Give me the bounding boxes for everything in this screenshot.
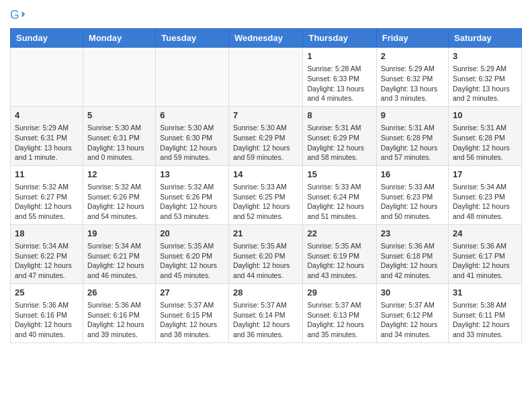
day-number: 1 [307,50,371,62]
calendar-cell-2-4: 7Sunrise: 5:30 AMSunset: 6:29 PMDaylight… [228,106,303,165]
day-info: Sunset: 6:18 PM [381,251,444,261]
day-info: Sunrise: 5:33 AM [233,182,299,192]
day-info: Daylight: 12 hours and 48 minutes. [453,201,517,221]
day-number: 13 [160,169,224,181]
day-number: 14 [233,169,299,181]
day-info: Sunrise: 5:28 AM [307,64,371,74]
day-info: Daylight: 12 hours and 58 minutes. [307,143,371,163]
day-info: Sunset: 6:27 PM [15,192,79,202]
day-number: 30 [381,287,444,299]
day-info: Sunset: 6:32 PM [381,74,444,84]
day-info: Sunset: 6:29 PM [233,133,299,143]
day-info: Sunrise: 5:32 AM [87,182,151,192]
day-info: Sunrise: 5:33 AM [307,182,371,192]
calendar-cell-2-3: 6Sunrise: 5:30 AMSunset: 6:30 PMDaylight… [156,106,229,165]
day-info: Sunset: 6:20 PM [160,251,224,261]
calendar-cell-2-1: 4Sunrise: 5:29 AMSunset: 6:31 PMDaylight… [11,106,83,165]
day-info: Daylight: 12 hours and 33 minutes. [453,320,517,339]
day-info: Sunrise: 5:31 AM [307,123,371,133]
day-info: Daylight: 12 hours and 45 minutes. [160,261,224,280]
day-info: Daylight: 12 hours and 50 minutes. [381,201,444,221]
day-number: 17 [453,169,517,181]
calendar-cell-4-6: 23Sunrise: 5:36 AMSunset: 6:18 PMDayligh… [376,224,448,283]
day-number: 6 [160,109,224,122]
day-info: Daylight: 12 hours and 36 minutes. [233,320,299,339]
calendar-cell-4-2: 19Sunrise: 5:34 AMSunset: 6:21 PMDayligh… [83,224,156,283]
day-info: Daylight: 12 hours and 53 minutes. [160,201,224,221]
day-info: Sunrise: 5:38 AM [453,300,517,310]
day-info: Daylight: 12 hours and 44 minutes. [233,261,299,280]
logo: G [10,7,29,23]
day-info: Sunset: 6:22 PM [15,251,79,261]
day-info: Sunset: 6:15 PM [160,310,224,320]
day-number: 29 [307,287,371,299]
calendar-cell-4-5: 22Sunrise: 5:35 AMSunset: 6:19 PMDayligh… [303,224,376,283]
day-info: Sunset: 6:25 PM [233,192,299,202]
day-info: Sunset: 6:26 PM [87,192,151,202]
day-info: Daylight: 12 hours and 34 minutes. [381,320,444,339]
calendar-header-sunday: Sunday [11,29,83,48]
day-info: Daylight: 12 hours and 51 minutes. [307,201,371,221]
day-number: 23 [381,228,444,240]
day-number: 4 [15,109,79,122]
page-header: G [10,7,522,23]
day-number: 2 [381,50,444,62]
day-info: Sunset: 6:11 PM [453,310,517,320]
day-number: 5 [87,109,151,122]
day-number: 8 [307,109,371,122]
day-info: Sunset: 6:31 PM [87,133,151,143]
calendar-cell-1-7: 3Sunrise: 5:29 AMSunset: 6:32 PMDaylight… [449,48,522,107]
day-info: Daylight: 12 hours and 35 minutes. [307,320,371,339]
day-info: Daylight: 12 hours and 59 minutes. [160,143,224,163]
calendar-cell-1-6: 2Sunrise: 5:29 AMSunset: 6:32 PMDaylight… [376,48,448,107]
calendar-cell-1-3 [156,48,229,107]
day-number: 11 [15,169,79,181]
day-info: Daylight: 13 hours and 0 minutes. [87,143,151,163]
day-info: Sunrise: 5:34 AM [87,241,151,251]
day-number: 26 [87,287,151,299]
day-info: Sunset: 6:17 PM [453,251,517,261]
calendar-cell-4-7: 24Sunrise: 5:36 AMSunset: 6:17 PMDayligh… [449,224,522,283]
day-info: Sunrise: 5:37 AM [381,300,444,310]
day-info: Sunset: 6:21 PM [87,251,151,261]
day-info: Sunset: 6:30 PM [160,133,224,143]
calendar-cell-3-2: 12Sunrise: 5:32 AMSunset: 6:26 PMDayligh… [83,165,156,224]
day-info: Sunrise: 5:37 AM [233,300,299,310]
day-number: 3 [453,50,517,62]
day-info: Sunset: 6:20 PM [233,251,299,261]
day-number: 25 [15,287,79,299]
day-info: Sunset: 6:14 PM [233,310,299,320]
calendar-week-row-5: 25Sunrise: 5:36 AMSunset: 6:16 PMDayligh… [11,283,522,342]
day-number: 12 [87,169,151,181]
day-info: Sunrise: 5:35 AM [233,241,299,251]
day-info: Daylight: 12 hours and 57 minutes. [381,143,444,163]
day-info: Sunset: 6:28 PM [453,133,517,143]
calendar-cell-3-6: 16Sunrise: 5:33 AMSunset: 6:23 PMDayligh… [376,165,448,224]
logo-icon: G [10,7,26,23]
day-info: Sunrise: 5:35 AM [160,241,224,251]
day-info: Sunrise: 5:37 AM [160,300,224,310]
day-info: Daylight: 12 hours and 59 minutes. [233,143,299,163]
day-info: Sunset: 6:32 PM [453,74,517,84]
day-info: Sunset: 6:23 PM [381,192,444,202]
calendar-header-wednesday: Wednesday [228,29,303,48]
day-info: Sunrise: 5:29 AM [381,64,444,74]
calendar-week-row-4: 18Sunrise: 5:34 AMSunset: 6:22 PMDayligh… [11,224,522,283]
day-info: Sunrise: 5:37 AM [307,300,371,310]
day-info: Daylight: 13 hours and 4 minutes. [307,84,371,103]
day-info: Daylight: 12 hours and 42 minutes. [381,261,444,280]
day-info: Sunset: 6:19 PM [307,251,371,261]
day-number: 28 [233,287,299,299]
calendar-week-row-2: 4Sunrise: 5:29 AMSunset: 6:31 PMDaylight… [11,106,522,165]
day-number: 15 [307,169,371,181]
calendar-cell-2-7: 10Sunrise: 5:31 AMSunset: 6:28 PMDayligh… [449,106,522,165]
day-info: Sunrise: 5:36 AM [15,300,79,310]
calendar-cell-4-3: 20Sunrise: 5:35 AMSunset: 6:20 PMDayligh… [156,224,229,283]
day-info: Sunrise: 5:32 AM [160,182,224,192]
day-info: Daylight: 12 hours and 52 minutes. [233,201,299,221]
day-info: Daylight: 12 hours and 55 minutes. [15,201,79,221]
calendar-cell-4-4: 21Sunrise: 5:35 AMSunset: 6:20 PMDayligh… [228,224,303,283]
calendar-cell-3-5: 15Sunrise: 5:33 AMSunset: 6:24 PMDayligh… [303,165,376,224]
calendar-cell-1-4 [228,48,303,107]
day-info: Daylight: 12 hours and 40 minutes. [15,320,79,339]
